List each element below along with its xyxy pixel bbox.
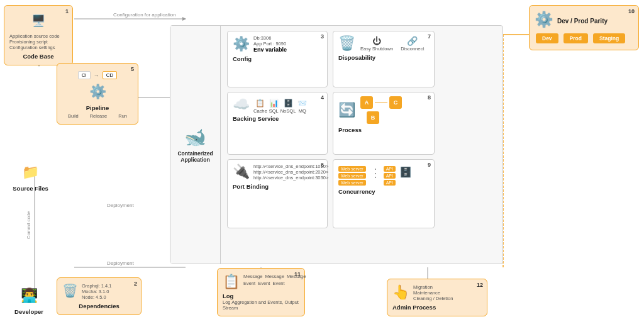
developer-label: Developer (4, 308, 54, 315)
codebase-box: 1 🖥️ Application source code Provisionin… (4, 5, 73, 65)
deployment-label: Deployment (107, 203, 134, 208)
concurrency-label: Concurrency (338, 188, 429, 195)
source-files-box: 📁 Source Files (4, 157, 57, 197)
dep-line3: Node: 4.5.0 (82, 294, 112, 300)
run-label: Run (118, 113, 127, 119)
pipeline-ci-cd-row: CI → CD (62, 71, 133, 79)
process-node-c: C (389, 96, 402, 109)
developer-icon: 👨‍💻 (19, 286, 39, 306)
nosql-icon: 🗄️ (284, 99, 293, 108)
cache-item: 📋 Cache (253, 99, 267, 114)
api-label-3: API (384, 180, 396, 186)
backing-label: Backing Service (233, 115, 322, 122)
build-label: Build (68, 113, 79, 119)
concurrency-number: 9 (428, 162, 431, 168)
config-icon: ⚙️ (233, 36, 250, 52)
api-row-3: API (384, 180, 396, 186)
dependencies-number: 2 (134, 281, 137, 287)
concurrency-subbox: 9 Web server Web server Web server ⋮ (333, 159, 435, 228)
admin-task2: Maintenance (413, 290, 453, 296)
ws-label-1: Web server (338, 166, 366, 172)
process-subbox: 8 🔄 A C B Process (333, 92, 435, 155)
ws-row-3: Web server (338, 180, 366, 186)
api-label-2: API (384, 173, 396, 179)
config-subbox: 3 ⚙️ Db:3306 App Port : 9090 Env variabl… (227, 31, 328, 87)
sql-item: 📊 SQL (269, 99, 279, 114)
sql-label: SQL (269, 108, 279, 114)
log-number: 11 (294, 271, 301, 277)
svg-text:Commit code: Commit code (26, 211, 31, 239)
main-container: 🐋 ContainerizedApplication 3 ⚙️ Db:3306 … (170, 25, 503, 264)
prod-btn[interactable]: Prod (564, 33, 588, 43)
endpoint3: http://<service_dns_endpoint:3030> (253, 175, 328, 181)
evt1: Event (243, 281, 255, 286)
pipeline-box: 5 CI → CD ⚙️ Pipeline Build Release Run (57, 63, 138, 125)
config-line1: Db:3306 (253, 35, 287, 41)
source-files-label: Source Files (9, 185, 52, 192)
portbinding-number: 6 (321, 162, 324, 168)
devprod-label: Dev / Prod Parity (557, 18, 608, 25)
codebase-label: Code Base (9, 53, 67, 60)
portbinding-subbox: 6 🔌 http://<service_dns_endpoint:1010> h… (227, 159, 328, 228)
nosql-item: 🗄️ NoSQL (280, 99, 296, 114)
portbinding-label: Port Binding (233, 183, 322, 190)
msg1: Message (243, 274, 262, 279)
developer-box: 👨‍💻 Developer (4, 286, 54, 315)
mq-item: 📨 MQ (297, 99, 307, 114)
source-files-icon: 📁 (21, 162, 41, 182)
backing-icon: ☁️ (233, 96, 250, 113)
process-connector-ac (375, 103, 387, 103)
log-label: Log (223, 292, 299, 299)
log-icon: 📋 (223, 274, 240, 290)
dependencies-icon: 🗑️ (62, 283, 78, 298)
pipe-arrow1: → (94, 72, 99, 79)
staging-btn[interactable]: Staging (593, 33, 625, 43)
admin-task3: Cleaning / Deletion (413, 296, 453, 301)
containerized-label: ContainerizedApplication (177, 150, 213, 163)
docker-icon: 🐋 (184, 127, 206, 148)
easy-shutdown-item: ⏻ Easy Shutdown (360, 36, 393, 52)
process-icon: 🔄 (338, 102, 355, 118)
admin-task1: Migration (413, 284, 453, 290)
devprod-icon: ⚙️ (535, 11, 553, 28)
dependencies-label: Dependencies (62, 303, 136, 309)
adminprocess-icon: 👆 (392, 284, 409, 301)
endpoint2: http://<service_dns_endpoint:2020> (253, 169, 328, 175)
config-line3: Env variable (253, 47, 287, 53)
cd-box: CD (103, 71, 118, 79)
disposability-icon: 🗑️ (338, 35, 355, 52)
database-icon: 🗄️ (399, 166, 412, 178)
adminprocess-label: Admin Process (392, 304, 482, 311)
log-sublabel: Log Aggregation and Events, Output Strea… (223, 299, 299, 311)
config-label: Config (233, 55, 322, 62)
backing-subbox: 4 ☁️ 📋 Cache 📊 SQL 🗄️ NoSQL (227, 92, 328, 155)
containerized-app-panel: 🐋 ContainerizedApplication (170, 26, 221, 264)
ci-box: CI (78, 71, 91, 79)
codebase-line2: Provisioning script (9, 39, 67, 45)
easy-shutdown-label: Easy Shutdown (360, 46, 393, 52)
sql-icon: 📊 (269, 99, 279, 108)
dev-btn[interactable]: Dev (536, 33, 558, 43)
codebase-number: 1 (65, 8, 69, 14)
pipeline-number: 5 (131, 66, 134, 72)
codebase-line1: Application source code (9, 33, 67, 39)
nosql-label: NoSQL (280, 108, 296, 114)
dep-line2: Mocha: 3.1.0 (82, 289, 112, 294)
pipeline-icon: ⚙️ (87, 82, 108, 102)
evt3: Event (272, 281, 284, 286)
dependencies-box: 2 🗑️ Graphql: 1.4.1 Mocha: 3.1.0 Node: 4… (57, 277, 142, 315)
diagram-container: Configuration for application Deployment… (0, 0, 644, 334)
config-line2: App Port : 9090 (253, 41, 287, 47)
log-box: 11 📋 Message Message Message Event Event… (217, 268, 305, 316)
svg-text:Configuration for application: Configuration for application (113, 12, 176, 18)
process-node-b: B (367, 111, 379, 124)
msg2: Message (265, 274, 284, 279)
dep-line1: Graphql: 1.4.1 (82, 283, 112, 289)
backing-number: 4 (321, 94, 324, 101)
portbinding-icon: 🔌 (233, 164, 250, 180)
process-label: Process (338, 126, 429, 133)
config-number: 3 (321, 33, 324, 40)
devprod-box: 10 ⚙️ Dev / Prod Parity Dev Prod Staging (529, 5, 639, 50)
ws-label-3: Web server (338, 180, 366, 186)
ws-row-2: Web server (338, 173, 366, 179)
